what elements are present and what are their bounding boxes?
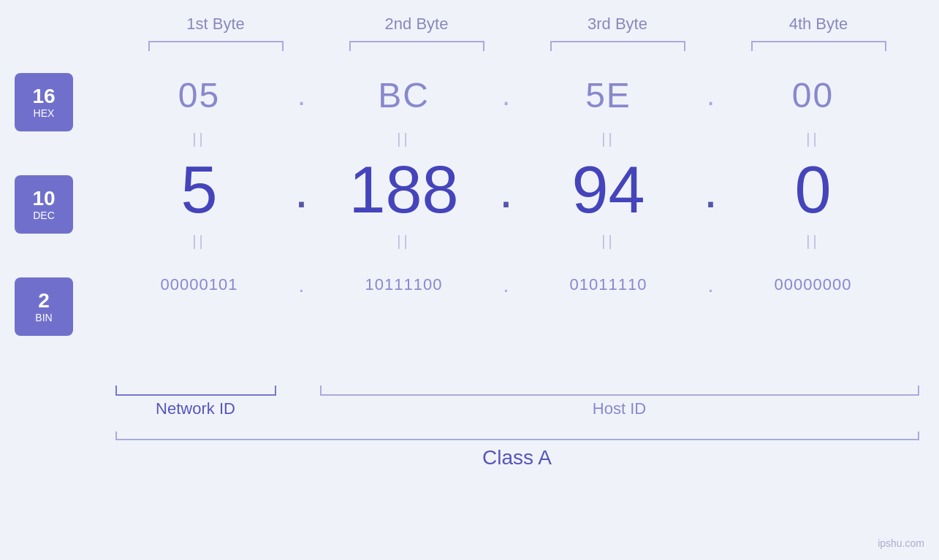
hex-dot1-symbol: . — [297, 79, 305, 112]
hex-byte2-cell: BC — [324, 75, 484, 115]
hex-dot1: . — [280, 79, 324, 112]
eq1-byte2: || — [324, 131, 484, 147]
bin-dot1-symbol: . — [298, 272, 304, 297]
byte2-header: 2nd Byte — [316, 15, 517, 34]
hex-name: HEX — [34, 107, 55, 119]
eq1-byte3: || — [528, 131, 689, 147]
bin-byte4-cell: 00000000 — [733, 275, 894, 294]
host-id-label: Host ID — [320, 399, 919, 418]
dec-name: DEC — [33, 210, 55, 221]
hex-byte1-cell: 05 — [119, 75, 280, 115]
bin-dot1: . — [280, 272, 324, 297]
eq2-byte1: || — [119, 233, 280, 250]
host-id-bracket — [320, 386, 919, 396]
hex-byte3-value: 5E — [585, 75, 631, 115]
bin-number: 2 — [38, 290, 50, 312]
dec-number: 10 — [32, 188, 55, 210]
dec-byte2-value: 188 — [349, 157, 458, 223]
bracket-byte4-top — [751, 41, 886, 51]
base-labels: 16 HEX 10 DEC 2 BIN — [0, 51, 73, 380]
dec-dot2-symbol: . — [499, 164, 513, 215]
dec-byte1-cell: 5 — [119, 157, 280, 223]
segment-labels-row: Network ID Host ID — [115, 399, 919, 418]
dec-dot3: . — [689, 164, 733, 215]
bottom-bracket-row — [115, 386, 919, 396]
bin-byte4-value: 00000000 — [775, 275, 852, 294]
network-id-label: Network ID — [115, 399, 276, 418]
bin-name: BIN — [35, 312, 52, 323]
hex-dot3: . — [689, 79, 733, 112]
bin-byte2-value: 10111100 — [365, 275, 443, 294]
bracket-byte3-top — [550, 41, 685, 51]
dec-row: 5 . 188 . 94 . 0 — [73, 153, 939, 226]
bin-byte1-cell: 00000101 — [119, 275, 280, 294]
hex-row: 05 . BC . 5E . 00 — [73, 66, 939, 124]
bracket-spacer1 — [276, 386, 320, 396]
dec-dot3-symbol: . — [704, 164, 718, 215]
hex-dot2: . — [484, 79, 528, 112]
dec-badge: 10 DEC — [15, 175, 73, 234]
bin-byte2-cell: 10111100 — [324, 275, 484, 294]
eq2-byte2: || — [324, 233, 484, 250]
byte3-header: 3rd Byte — [517, 15, 718, 34]
hex-dot2-symbol: . — [502, 79, 510, 112]
dec-byte4-value: 0 — [794, 157, 831, 223]
watermark: ipshu.com — [878, 537, 924, 549]
hex-byte1-value: 05 — [178, 75, 220, 115]
network-id-bracket — [115, 386, 276, 396]
dec-dot2: . — [484, 164, 528, 215]
class-bracket — [115, 431, 919, 440]
hex-dot3-symbol: . — [707, 79, 715, 112]
bin-dot2-symbol: . — [503, 272, 509, 297]
hex-byte2-value: BC — [378, 75, 430, 115]
byte1-header: 1st Byte — [115, 15, 316, 34]
dec-byte4-cell: 0 — [733, 157, 894, 223]
dec-byte1-value: 5 — [180, 157, 217, 223]
class-label: Class A — [115, 446, 919, 469]
dec-dot1: . — [280, 164, 324, 215]
bin-byte1-value: 00000101 — [161, 275, 238, 294]
dec-byte3-value: 94 — [571, 157, 645, 223]
eq1-byte4: || — [733, 131, 894, 147]
byte-headers: 1st Byte 2nd Byte 3rd Byte 4th Byte — [115, 15, 919, 34]
bin-dot2: . — [484, 272, 528, 297]
hex-byte4-cell: 00 — [733, 75, 894, 115]
eq2-byte4: || — [733, 233, 894, 250]
equals-row-2: || || || || — [73, 226, 939, 256]
content-area: 16 HEX 10 DEC 2 BIN 05 . — [0, 51, 939, 380]
bin-byte3-value: 01011110 — [570, 275, 647, 294]
dec-byte2-cell: 188 — [324, 157, 484, 223]
bin-row: 00000101 . 10111100 . 01011110 . — [73, 256, 939, 314]
bin-dot3: . — [689, 272, 733, 297]
eq1-byte1: || — [119, 131, 280, 147]
hex-badge: 16 HEX — [15, 73, 73, 131]
class-section: Class A — [115, 431, 919, 469]
bin-badge: 2 BIN — [15, 277, 73, 336]
bracket-byte2-top — [349, 41, 484, 51]
top-brackets — [115, 41, 919, 51]
bin-byte3-cell: 01011110 — [528, 275, 689, 294]
eq2-byte3: || — [528, 233, 689, 250]
label-spacer1 — [276, 399, 320, 418]
main-container: 1st Byte 2nd Byte 3rd Byte 4th Byte 16 H… — [0, 0, 939, 560]
hex-byte4-value: 00 — [792, 75, 834, 115]
bracket-byte1-top — [148, 41, 284, 51]
byte4-header: 4th Byte — [718, 15, 919, 34]
dec-byte3-cell: 94 — [528, 157, 689, 223]
dec-dot1-symbol: . — [294, 164, 308, 215]
bin-dot3-symbol: . — [707, 272, 713, 297]
hex-byte3-cell: 5E — [528, 75, 689, 115]
equals-row-1: || || || || — [73, 124, 939, 153]
hex-number: 16 — [32, 85, 55, 108]
values-grid: 05 . BC . 5E . 00 — [73, 51, 939, 314]
